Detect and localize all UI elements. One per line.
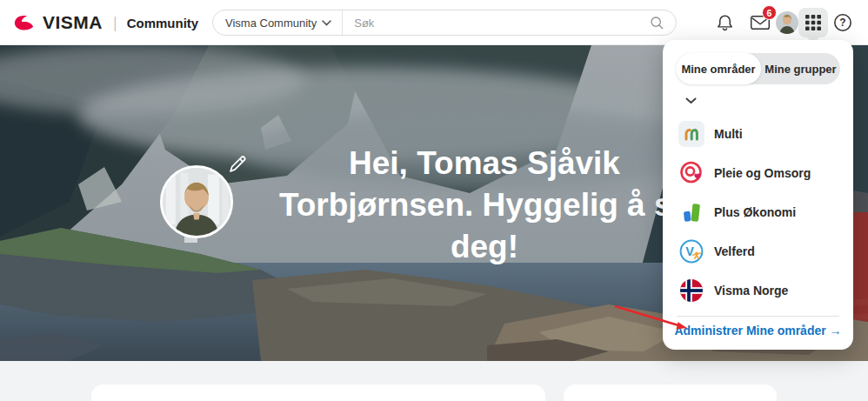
list-item-multi[interactable]: Multi [663, 114, 853, 153]
search-input[interactable] [343, 17, 648, 30]
top-navigation-bar: VISMA | Community Visma Community [0, 0, 868, 45]
tab-mine-omrader[interactable]: Mine områder [676, 53, 761, 84]
apps-menu-button[interactable] [798, 8, 828, 37]
list-item-pleie-og-omsorg[interactable]: Pleie og Omsorg [663, 153, 853, 192]
list-item-label: Pleie og Omsorg [714, 166, 811, 180]
collapse-section-button[interactable] [685, 94, 703, 108]
visma-logo-icon [12, 13, 38, 32]
avatar [776, 11, 798, 34]
search-bar: Visma Community [212, 10, 677, 36]
list-item-plus-okonomi[interactable]: Plus Økonomi [663, 192, 853, 231]
brand-wordmark: VISMA [43, 12, 103, 33]
pleie-og-omsorg-app-icon [678, 159, 705, 187]
app-grid-icon [805, 15, 821, 30]
chevron-down-icon [322, 20, 331, 26]
multi-app-icon [678, 120, 705, 148]
svg-text:V: V [685, 244, 694, 258]
panel-tabs: Mine områder Mine grupper [676, 53, 840, 84]
plus-okonomi-app-icon [678, 198, 705, 226]
annotation-arrow-icon [609, 299, 696, 336]
profile-menu-button[interactable] [776, 0, 798, 45]
tab-mine-grupper[interactable]: Mine grupper [761, 53, 840, 84]
list-item-velferd[interactable]: V Velferd [663, 231, 853, 271]
brand-logo[interactable]: VISMA | Community [12, 0, 198, 45]
search-scope-dropdown[interactable]: Visma Community [213, 10, 342, 35]
avatar-photo [163, 168, 230, 236]
pencil-icon [226, 153, 249, 176]
messages-button[interactable]: 6 [749, 0, 771, 45]
notifications-button[interactable] [715, 0, 734, 45]
svg-text:?: ? [839, 17, 845, 29]
content-area [0, 361, 868, 401]
list-item-label: Visma Norge [714, 284, 788, 297]
content-card [91, 384, 545, 401]
edit-banner-button[interactable] [226, 153, 249, 176]
chevron-down-icon [685, 97, 697, 104]
search-icon[interactable] [648, 14, 665, 31]
brand-product-name: Community [127, 16, 199, 30]
brand-divider: | [113, 14, 117, 32]
content-card [564, 384, 777, 401]
visma-community-page: Hei, Tomas Sjåvik Torbjørnsen. Hyggelig … [0, 0, 868, 401]
arrow-right-icon: → [830, 324, 842, 338]
list-item-label: Plus Økonomi [714, 205, 796, 219]
help-icon: ? [833, 13, 852, 32]
profile-avatar[interactable] [160, 165, 233, 238]
help-button[interactable]: ? [832, 0, 852, 45]
list-item-label: Velferd [714, 244, 755, 258]
bell-icon [716, 13, 734, 33]
velferd-app-icon: V [678, 237, 705, 265]
search-scope-label: Visma Community [225, 17, 317, 30]
messages-badge: 6 [762, 5, 777, 20]
panel-divider [677, 316, 839, 317]
apps-list: Multi Pleie og Omsorg [663, 114, 853, 310]
list-item-label: Multi [714, 127, 743, 141]
